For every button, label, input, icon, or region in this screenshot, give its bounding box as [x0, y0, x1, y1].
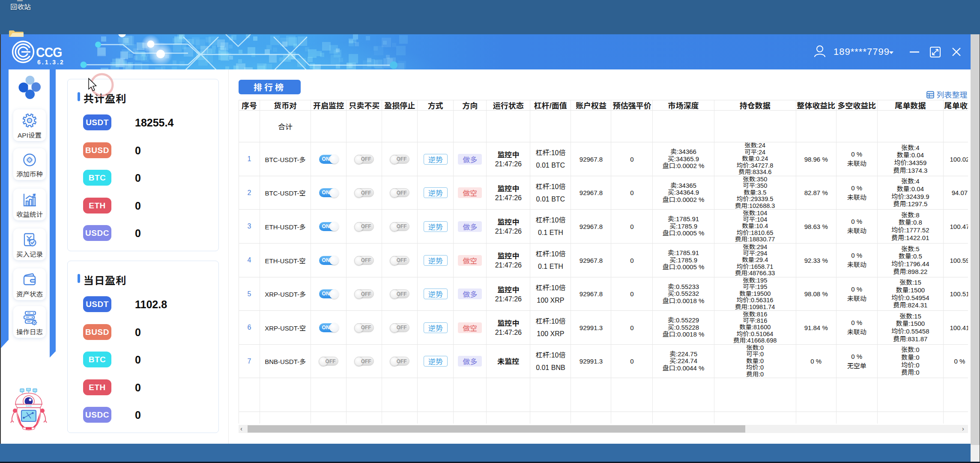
- svg-text:CCG: CCG: [26, 405, 32, 407]
